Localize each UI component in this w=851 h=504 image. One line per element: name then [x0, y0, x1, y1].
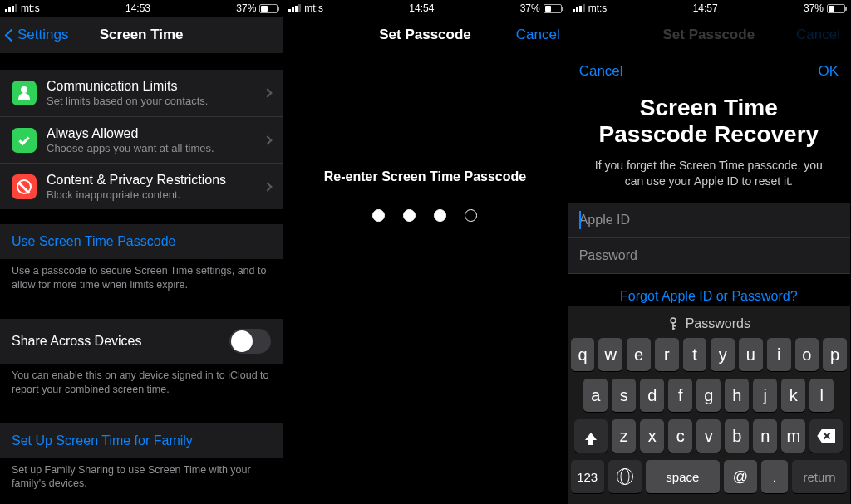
- key-v[interactable]: v: [696, 419, 721, 453]
- key-f[interactable]: f: [668, 379, 692, 412]
- placeholder: Apple ID: [579, 213, 630, 227]
- row-content-restrictions[interactable]: Content & Privacy Restrictions Block ina…: [0, 163, 283, 209]
- key-u[interactable]: u: [739, 338, 763, 371]
- passcode-dot: [403, 209, 416, 222]
- shift-key[interactable]: [574, 419, 608, 453]
- back-label: Settings: [17, 27, 68, 43]
- recovery-title: Screen TimePasscode Recovery: [568, 90, 850, 149]
- backspace-key[interactable]: [809, 419, 843, 453]
- nav-bar: Settings Screen Time: [0, 17, 283, 53]
- key-b[interactable]: b: [725, 419, 749, 453]
- row-communication-limits[interactable]: Communication Limits Set limits based on…: [0, 70, 283, 116]
- at-key[interactable]: @: [724, 460, 757, 493]
- key-t[interactable]: t: [683, 338, 707, 371]
- autofill-bar[interactable]: Passwords: [571, 311, 847, 338]
- bg-title: Set Passcode: [568, 27, 850, 43]
- toggle-share[interactable]: [229, 329, 271, 354]
- use-passcode-button[interactable]: Use Screen Time Passcode: [0, 224, 283, 259]
- passcode-dot: [372, 209, 385, 222]
- forgot-link[interactable]: Forgot Apple ID or Password?: [568, 274, 850, 309]
- shift-icon: [585, 433, 597, 440]
- footer-text: You can enable this on any device signed…: [0, 364, 283, 409]
- clock: 14:54: [409, 2, 434, 14]
- nosign-icon: [12, 174, 37, 199]
- key-g[interactable]: g: [696, 379, 721, 412]
- key-c[interactable]: c: [668, 419, 692, 453]
- passcode-dot: [434, 209, 446, 222]
- carrier: mt:s: [304, 2, 323, 14]
- key-h[interactable]: h: [725, 379, 749, 412]
- key-r[interactable]: r: [655, 338, 679, 371]
- svg-rect-3: [672, 328, 675, 330]
- link-label: Use Screen Time Passcode: [12, 234, 175, 249]
- passcode-dots: [283, 209, 566, 222]
- signal-icon: [5, 4, 17, 12]
- share-across-devices-row[interactable]: Share Across Devices: [0, 319, 283, 364]
- apple-id-field[interactable]: Apple ID: [568, 203, 850, 238]
- row-always-allowed[interactable]: Always Allowed Choose apps you want at a…: [0, 116, 283, 163]
- key-m[interactable]: m: [781, 419, 805, 453]
- ok-button[interactable]: OK: [818, 63, 839, 80]
- row-title: Communication Limits: [47, 79, 254, 94]
- cancel-button[interactable]: Cancel: [579, 63, 623, 80]
- status-bar: mt:s 14:53 37%: [0, 0, 283, 17]
- key-k[interactable]: k: [781, 379, 805, 412]
- numbers-key[interactable]: 123: [571, 460, 604, 493]
- key-z[interactable]: z: [612, 419, 636, 453]
- back-button[interactable]: Settings: [7, 27, 68, 43]
- background-nav: Set Passcode Cancel: [568, 17, 850, 53]
- status-bar: mt:s 14:54 37%: [283, 0, 566, 17]
- passcode-recovery-screen: mt:s 14:57 37% Set Passcode Cancel Cance…: [568, 0, 851, 504]
- signal-icon: [288, 4, 301, 12]
- svg-rect-2: [672, 325, 676, 327]
- key-y[interactable]: y: [711, 338, 735, 371]
- globe-key[interactable]: [608, 460, 642, 493]
- key-a[interactable]: a: [583, 379, 608, 412]
- autofill-label: Passwords: [686, 316, 750, 331]
- key-x[interactable]: x: [640, 419, 664, 453]
- password-field[interactable]: Password: [568, 238, 850, 274]
- cancel-button[interactable]: Cancel: [516, 27, 560, 43]
- keyboard: Passwords qwertyuiop asdfghjkl zxcvbnm 1…: [568, 306, 850, 504]
- settings-list: Communication Limits Set limits based on…: [0, 70, 283, 504]
- key-w[interactable]: w: [598, 338, 622, 371]
- key-j[interactable]: j: [753, 379, 777, 412]
- recovery-desc: If you forget the Screen Time passcode, …: [568, 149, 850, 203]
- row-subtitle: Block inappropriate content.: [47, 188, 254, 201]
- key-p[interactable]: p: [823, 338, 847, 371]
- space-key[interactable]: space: [646, 460, 720, 493]
- battery-icon: [259, 4, 278, 13]
- clock: 14:53: [125, 2, 150, 14]
- chevron-right-icon: [263, 88, 273, 97]
- key-l[interactable]: l: [809, 379, 834, 412]
- signal-icon: [573, 4, 585, 12]
- row-title: Share Across Devices: [12, 334, 142, 349]
- backspace-icon: [817, 429, 835, 443]
- status-bar: mt:s 14:57 37%: [568, 0, 850, 17]
- passcode-entry: Re-enter Screen Time Passcode: [283, 53, 566, 222]
- key-i[interactable]: i: [767, 338, 791, 371]
- row-subtitle: Choose apps you want at all times.: [47, 142, 254, 154]
- key-s[interactable]: s: [612, 379, 636, 412]
- person-icon: [12, 81, 37, 105]
- key-e[interactable]: e: [627, 338, 651, 371]
- carrier: mt:s: [588, 2, 608, 14]
- globe-icon: [617, 468, 633, 485]
- passcode-prompt: Re-enter Screen Time Passcode: [283, 169, 566, 184]
- chevron-right-icon: [263, 135, 273, 144]
- footer-text: Use a passcode to secure Screen Time set…: [0, 259, 283, 304]
- key-n[interactable]: n: [753, 419, 777, 453]
- chevron-right-icon: [263, 182, 273, 191]
- setup-family-button[interactable]: Set Up Screen Time for Family: [0, 423, 283, 458]
- check-icon: [12, 128, 37, 153]
- period-key[interactable]: .: [761, 460, 788, 493]
- key-o[interactable]: o: [795, 338, 819, 371]
- return-key[interactable]: return: [792, 460, 847, 493]
- clock: 14:57: [693, 2, 718, 14]
- chevron-left-icon: [5, 28, 18, 42]
- row-title: Always Allowed: [47, 126, 254, 141]
- key-q[interactable]: q: [571, 338, 595, 371]
- carrier: mt:s: [21, 2, 40, 14]
- key-d[interactable]: d: [640, 379, 664, 412]
- battery-pct: 37%: [236, 2, 256, 14]
